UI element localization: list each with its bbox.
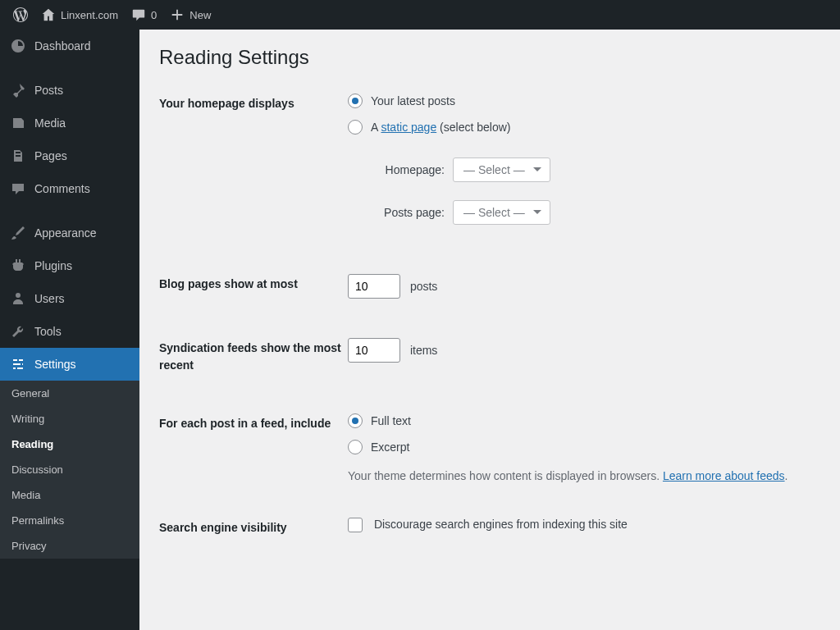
syndication-label: Syndication feeds show the most recent [159, 338, 348, 374]
menu-dashboard[interactable]: Dashboard [0, 30, 139, 62]
plugin-icon [10, 258, 26, 274]
static-page-link[interactable]: static page [381, 121, 436, 134]
menu-appearance[interactable]: Appearance [0, 217, 139, 249]
menu-label: Appearance [34, 226, 97, 240]
submenu-privacy[interactable]: Privacy [0, 533, 139, 559]
postspage-select[interactable]: — Select — [453, 200, 550, 225]
menu-label: Dashboard [34, 39, 91, 52]
main-content: Reading Settings Your homepage displays … [139, 30, 840, 630]
pin-icon [10, 82, 26, 98]
blogpages-label: Blog pages show at most [159, 274, 348, 293]
radio-fulltext-label: Full text [371, 414, 411, 427]
settings-icon [10, 356, 26, 372]
menu-label: Settings [34, 358, 76, 371]
homepage-select[interactable]: — Select — [453, 158, 550, 182]
media-icon [10, 115, 26, 131]
comments-count: 0 [151, 9, 157, 21]
new-content[interactable]: New [163, 0, 217, 30]
menu-settings[interactable]: Settings [0, 348, 139, 381]
menu-tools[interactable]: Tools [0, 315, 139, 348]
radio-static-page[interactable] [348, 120, 363, 135]
submenu-discussion[interactable]: Discussion [0, 457, 139, 482]
comments-bubble[interactable]: 0 [125, 0, 163, 30]
wp-logo[interactable] [7, 0, 34, 30]
site-name[interactable]: Linxent.com [34, 0, 125, 30]
page-title: Reading Settings [159, 46, 820, 69]
feedinclude-label: For each post in a feed, include [159, 413, 348, 432]
tools-icon [10, 323, 26, 340]
menu-label: Media [34, 116, 66, 130]
pages-icon [10, 148, 26, 164]
admin-sidebar: Dashboard Posts Media Pages Comments App… [0, 30, 139, 630]
searchvis-checkbox[interactable] [348, 518, 363, 532]
learn-more-feeds-link[interactable]: Learn more about feeds [663, 469, 785, 482]
radio-latest-posts-label: Your latest posts [371, 94, 455, 107]
menu-users[interactable]: Users [0, 282, 139, 315]
syndication-suffix: items [410, 344, 437, 357]
comment-icon [131, 7, 146, 22]
submenu-permalinks[interactable]: Permalinks [0, 508, 139, 533]
radio-excerpt[interactable] [348, 440, 363, 454]
admin-bar: Linxent.com 0 New [0, 0, 840, 30]
submenu-general[interactable]: General [0, 381, 139, 406]
syndication-input[interactable] [348, 338, 400, 363]
radio-static-page-label: A static page (select below) [371, 121, 510, 134]
radio-excerpt-label: Excerpt [371, 441, 409, 454]
menu-label: Posts [34, 84, 63, 97]
menu-label: Users [34, 292, 65, 305]
submenu-media[interactable]: Media [0, 482, 139, 508]
postspage-select-label: Posts page: [371, 206, 445, 219]
radio-fulltext[interactable] [348, 413, 363, 428]
home-icon [41, 7, 56, 22]
site-name-text: Linxent.com [61, 9, 118, 21]
feedinclude-desc: Your theme determines how content is dis… [348, 468, 820, 485]
searchvis-label: Search engine visibility [159, 518, 348, 536]
submenu-reading[interactable]: Reading [0, 431, 139, 457]
settings-submenu: General Writing Reading Discussion Media… [0, 381, 139, 559]
blogpages-suffix: posts [410, 280, 437, 293]
wordpress-icon [13, 7, 28, 22]
menu-comments[interactable]: Comments [0, 172, 139, 205]
menu-posts[interactable]: Posts [0, 74, 139, 107]
new-label: New [189, 9, 211, 21]
blogpages-input[interactable] [348, 274, 400, 299]
menu-pages[interactable]: Pages [0, 139, 139, 172]
comments-icon [10, 180, 26, 197]
radio-latest-posts[interactable] [348, 94, 363, 108]
homepage-select-label: Homepage: [371, 163, 445, 176]
brush-icon [10, 225, 26, 241]
menu-plugins[interactable]: Plugins [0, 249, 139, 282]
plus-icon [170, 7, 185, 22]
searchvis-checkbox-label: Discourage search engines from indexing … [374, 518, 628, 531]
menu-label: Comments [34, 182, 90, 195]
users-icon [10, 290, 26, 307]
menu-label: Pages [34, 149, 67, 162]
homepage-displays-label: Your homepage displays [159, 94, 348, 112]
menu-label: Plugins [34, 259, 72, 272]
menu-media[interactable]: Media [0, 107, 139, 139]
dashboard-icon [10, 38, 26, 54]
submenu-writing[interactable]: Writing [0, 406, 139, 431]
menu-label: Tools [34, 325, 62, 338]
